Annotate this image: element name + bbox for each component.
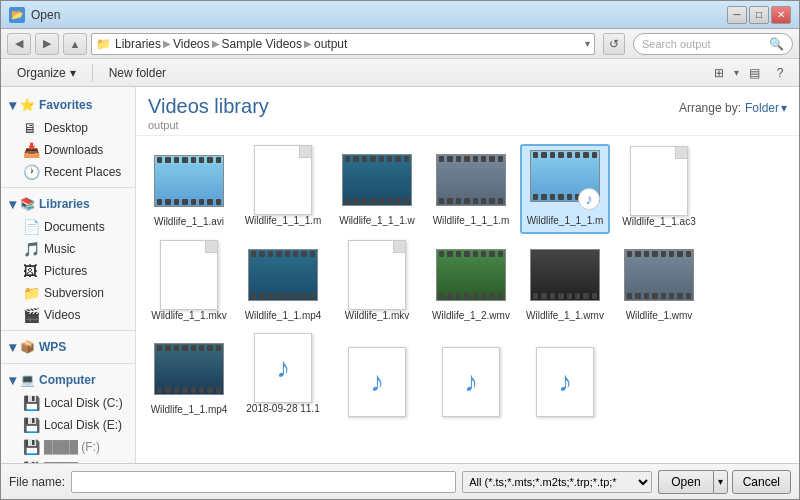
sidebar-item-f[interactable]: 💾 ████ (F:) [1,436,135,458]
file-item[interactable]: Wildlife_1_1_1.wmv [332,144,422,234]
maximize-button[interactable]: □ [749,6,769,24]
video-thumbnail [436,154,506,206]
file-thumbnail [154,339,224,399]
sidebar-item-desktop[interactable]: 🖥 Desktop [1,117,135,139]
sidebar-item-videos-label: Videos [44,308,80,322]
view-icons-button[interactable]: ⊞ [708,62,730,84]
main-header: Videos library output Arrange by: Folder… [136,87,799,136]
file-item[interactable]: Wildlife_1_1_1.mkv [238,144,328,234]
favorites-label: Favorites [39,98,92,112]
wps-label: WPS [39,340,66,354]
sidebar-item-downloads[interactable]: 📥 Downloads [1,139,135,161]
video-image [437,155,505,205]
file-item[interactable]: ♪ [520,332,610,422]
file-item[interactable]: Wildlife_1_1.mp4 [144,332,234,422]
sidebar-item-c[interactable]: 💾 Local Disk (C:) [1,392,135,414]
organize-button[interactable]: Organize ▾ [9,62,84,84]
selected-file-thumb: ♪ [530,150,600,210]
file-item[interactable]: Wildlife_1_1.wmv [520,238,610,328]
help-button[interactable]: ? [769,62,791,84]
filetype-select[interactable]: All (*.ts;*.mts;*.m2ts;*.trp;*.tp;* [462,471,652,493]
file-grid: Wildlife_1_1.avi Wildlife_1_1_1.mkv [144,144,791,422]
file-item[interactable]: Wildlife_1_1.ac3 [614,144,704,234]
libraries-expand-icon: ▾ [9,196,16,212]
folder-icon: 📁 [96,37,111,51]
organize-label: Organize [17,66,66,80]
breadcrumb-output[interactable]: output [314,37,347,51]
file-item-selected[interactable]: ♪ Wildlife_1_1_1.mp4 [520,144,610,234]
open-dropdown-button[interactable]: ▾ [713,470,728,494]
doc-thumbnail [254,145,312,215]
arrange-by: Arrange by: Folder ▾ [679,101,787,115]
breadcrumb-libraries[interactable]: Libraries [115,37,161,51]
computer-expand-icon: ▾ [9,372,16,388]
file-item[interactable]: ♪ [332,332,422,422]
sidebar-item-desktop-label: Desktop [44,121,88,135]
open-button[interactable]: Open [658,470,712,494]
cancel-button[interactable]: Cancel [732,470,791,494]
sidebar-item-documents[interactable]: 📄 Documents [1,216,135,238]
sidebar-item-pictures[interactable]: 🖼 Pictures [1,260,135,282]
breadcrumb-sep2: ▶ [212,38,220,49]
sidebar-libraries-header[interactable]: ▾ 📚 Libraries [1,192,135,216]
address-toolbar: ◀ ▶ ▲ 📁 Libraries ▶ Videos ▶ Sample Vide… [1,29,799,59]
file-name: Wildlife_1_2.wmv [432,309,510,322]
arrange-by-value[interactable]: Folder ▾ [745,101,787,115]
view-details-button[interactable]: ▤ [743,62,765,84]
file-item[interactable]: Wildlife_1_1.avi [144,144,234,234]
breadcrumb-videos[interactable]: Videos [173,37,209,51]
address-bar[interactable]: 📁 Libraries ▶ Videos ▶ Sample Videos ▶ o… [91,33,595,55]
sidebar-item-videos[interactable]: 🎬 Videos [1,304,135,326]
refresh-button[interactable]: ↺ [603,33,625,55]
organize-arrow: ▾ [70,66,76,80]
new-folder-button[interactable]: New folder [101,62,174,84]
file-thumbnail: ♪ [530,150,600,210]
search-icon[interactable]: 🔍 [769,37,784,51]
video-image [625,250,693,300]
file-grid-container[interactable]: Wildlife_1_1.avi Wildlife_1_1_1.mkv [136,136,799,463]
file-item[interactable]: Wildlife_1_2.wmv [426,238,516,328]
back-button[interactable]: ◀ [7,33,31,55]
video-image [155,156,223,206]
breadcrumb-dropdown-icon[interactable]: ▾ [585,38,590,49]
computer-icon: 💻 [20,373,35,387]
title-bar: 📂 Open ─ □ ✕ [1,1,799,29]
main-panel: Videos library output Arrange by: Folder… [136,87,799,463]
favorites-expand-icon: ▾ [9,97,16,113]
file-item[interactable]: Wildlife_1.wmv [614,238,704,328]
sidebar-item-documents-label: Documents [44,220,105,234]
file-item[interactable]: Wildlife_1.mkv [332,238,422,328]
sidebar-item-subversion-label: Subversion [44,286,104,300]
file-thumbnail [248,245,318,305]
view-dropdown-icon[interactable]: ▾ [734,67,739,78]
file-name: Wildlife_1_1.ac3 [622,215,695,228]
sidebar-favorites-header[interactable]: ▾ ⭐ Favorites [1,93,135,117]
breadcrumb-samplevideos[interactable]: Sample Videos [222,37,303,51]
file-item[interactable]: Wildlife_1_1_1.m4v [426,144,516,234]
sidebar-item-music[interactable]: 🎵 Music [1,238,135,260]
forward-button[interactable]: ▶ [35,33,59,55]
arrange-by-label: Arrange by: [679,101,741,115]
search-box[interactable]: Search output 🔍 [633,33,793,55]
file-item[interactable]: Wildlife_1_1.mkv [144,238,234,328]
up-button[interactable]: ▲ [63,33,87,55]
library-title: Videos library [148,95,269,118]
close-button[interactable]: ✕ [771,6,791,24]
sidebar-wps-header[interactable]: ▾ 📦 WPS [1,335,135,359]
bottom-buttons: Open ▾ Cancel [658,470,791,494]
sidebar-item-recent[interactable]: 🕐 Recent Places [1,161,135,183]
libraries-label: Libraries [39,197,90,211]
music-note-icon: ♪ [558,366,572,398]
file-item[interactable]: ♪ 2018-09-28 11.17.10.mp4 [238,332,328,422]
sidebar-computer-header[interactable]: ▾ 💻 Computer [1,368,135,392]
file-thumbnail [248,150,318,210]
sidebar-item-subversion[interactable]: 📁 Subversion [1,282,135,304]
filename-input[interactable] [71,471,456,493]
new-folder-label: New folder [109,66,166,80]
file-item[interactable]: ♪ [426,332,516,422]
video-image [531,250,599,300]
file-item[interactable]: Wildlife_1_1.mp4 [238,238,328,328]
video-thumbnail [248,249,318,301]
minimize-button[interactable]: ─ [727,6,747,24]
sidebar-item-e[interactable]: 💾 Local Disk (E:) [1,414,135,436]
